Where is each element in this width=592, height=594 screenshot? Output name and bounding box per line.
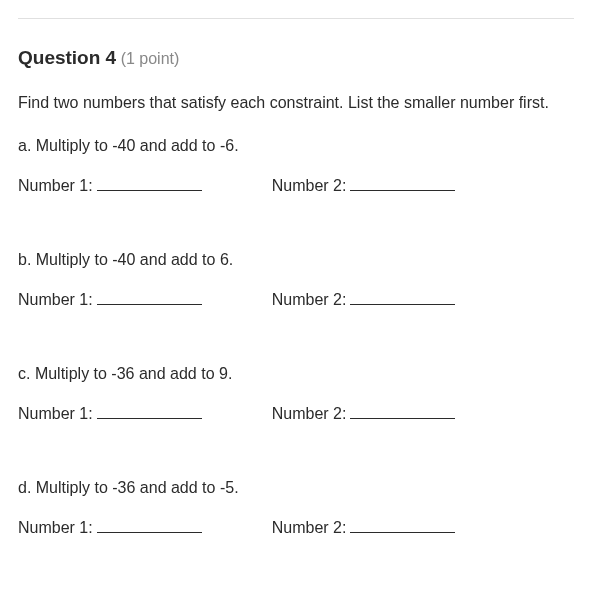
answer-row-b: Number 1: Number 2: [18, 291, 574, 309]
answer-label-b-1: Number 1: [18, 291, 93, 309]
question-points: (1 point) [121, 50, 180, 67]
constraint-b: b. Multiply to -40 and add to 6. [18, 251, 574, 269]
question-instructions: Find two numbers that satisfy each const… [18, 91, 574, 115]
answer-row-c: Number 1: Number 2: [18, 405, 574, 423]
answer-blank-d-1[interactable] [97, 532, 202, 533]
answer-blank-c-1[interactable] [97, 418, 202, 419]
divider [18, 18, 574, 19]
answer-label-b-2: Number 2: [272, 291, 347, 309]
constraint-a: a. Multiply to -40 and add to -6. [18, 137, 574, 155]
answer-blank-d-2[interactable] [350, 532, 455, 533]
answer-blank-b-2[interactable] [350, 304, 455, 305]
constraint-c: c. Multiply to -36 and add to 9. [18, 365, 574, 383]
answer-label-d-1: Number 1: [18, 519, 93, 537]
question-title: Question 4 [18, 47, 116, 68]
answer-label-a-1: Number 1: [18, 177, 93, 195]
subpart-d: d. Multiply to -36 and add to -5. Number… [18, 479, 574, 537]
answer-blank-b-1[interactable] [97, 304, 202, 305]
subpart-a: a. Multiply to -40 and add to -6. Number… [18, 137, 574, 195]
answer-blank-c-2[interactable] [350, 418, 455, 419]
answer-label-c-1: Number 1: [18, 405, 93, 423]
constraint-d: d. Multiply to -36 and add to -5. [18, 479, 574, 497]
answer-label-d-2: Number 2: [272, 519, 347, 537]
answer-blank-a-1[interactable] [97, 190, 202, 191]
answer-label-a-2: Number 2: [272, 177, 347, 195]
question-header: Question 4 (1 point) [18, 47, 574, 69]
answer-label-c-2: Number 2: [272, 405, 347, 423]
answer-row-d: Number 1: Number 2: [18, 519, 574, 537]
subpart-b: b. Multiply to -40 and add to 6. Number … [18, 251, 574, 309]
subpart-c: c. Multiply to -36 and add to 9. Number … [18, 365, 574, 423]
answer-row-a: Number 1: Number 2: [18, 177, 574, 195]
answer-blank-a-2[interactable] [350, 190, 455, 191]
